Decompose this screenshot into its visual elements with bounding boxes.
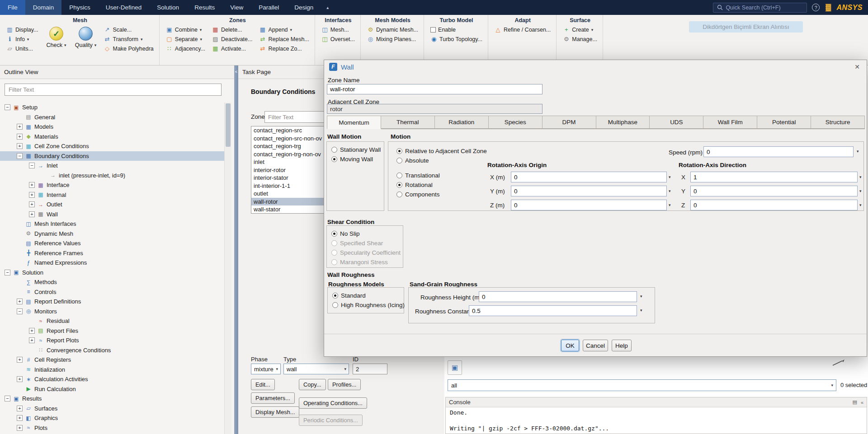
panel-splitter[interactable]: < [234,65,238,434]
ribbon-button-quality[interactable]: Quality▾ [72,26,99,49]
expand-icon[interactable]: + [17,376,23,382]
radio-standard[interactable]: Standard [332,291,399,300]
ribbon-button-dynamic-mesh[interactable]: ⚙Dynamic Mesh... [365,26,420,34]
radio-absolute[interactable]: Absolute [396,156,487,165]
notebook-icon[interactable] [825,4,831,12]
tree-item-cell-zone-conditions[interactable]: +▦Cell Zone Conditions [0,141,224,151]
tree-item-run-calculation[interactable]: ▶Run Calculation [0,384,224,394]
ribbon-button-check[interactable]: ✓Check▾ [42,26,70,49]
input-y[interactable] [690,186,858,196]
input-z-m[interactable] [511,200,667,210]
probe-pencil-icon[interactable] [832,358,845,368]
tab-potential[interactable]: Potential [757,116,811,129]
profiles-button[interactable]: Profiles... [328,379,361,390]
tree-item-wall[interactable]: +▦Wall [0,210,224,219]
tab-momentum[interactable]: Momentum [327,116,381,129]
outline-scrollbar[interactable] [224,103,231,434]
selection-filter-select[interactable]: all ▾ [448,379,836,391]
tree-item-controls[interactable]: ≡Controls [0,287,224,297]
ribbon-button-units[interactable]: ▱Units... [4,45,40,53]
zone-name-input[interactable] [327,84,542,94]
tree-item-report-definitions[interactable]: +▤Report Definitions [0,297,224,307]
collapse-icon[interactable]: − [5,396,10,401]
tree-item-named-expressions[interactable]: ƒNamed Expressions [0,258,224,268]
collapse-icon[interactable]: − [17,153,23,159]
ribbon-button-transform[interactable]: ⇄Transform▾ [101,35,156,43]
expand-icon[interactable]: + [17,415,23,421]
dialog-titlebar[interactable]: F Wall ✕ [324,60,867,74]
help-button[interactable]: Help [612,340,632,351]
tree-item-boundary-conditions[interactable]: −▦Boundary Conditions [0,151,224,161]
console-collapse-icon[interactable]: « [861,400,863,405]
tree-item-materials[interactable]: +◆Materials [0,132,224,142]
ribbon-collapse-caret-icon[interactable]: ▴ [321,0,334,15]
tab-multiphase[interactable]: Multiphase [596,116,650,129]
tree-item-calculation-activities[interactable]: +∗Calculation Activities [0,374,224,384]
ribbon-button-scale[interactable]: ↗Scale... [101,26,156,34]
chevron-down-icon[interactable]: ▾ [640,308,642,313]
tree-item-solution[interactable]: −▣Solution [0,268,224,278]
expand-icon[interactable]: + [29,192,35,198]
console-copy-icon[interactable]: ▤ [852,399,857,405]
tree-item-dynamic-mesh[interactable]: ⚙Dynamic Mesh [0,229,224,239]
chevron-down-icon[interactable]: ▾ [857,149,859,154]
ribbon-button-create[interactable]: +Create▾ [561,26,599,34]
menu-tab-parallel[interactable]: Parallel [251,0,287,15]
expand-icon[interactable]: + [17,134,23,140]
expand-icon[interactable]: + [17,124,23,130]
tree-item-results[interactable]: −▣Results [0,394,224,404]
expand-icon[interactable]: + [29,201,35,207]
tab-uds[interactable]: UDS [650,116,703,129]
menu-tab-solution[interactable]: Solution [149,0,187,15]
tab-thermal[interactable]: Thermal [381,116,435,129]
input-x-m[interactable] [511,172,667,182]
tree-item-methods[interactable]: ∑Methods [0,277,224,287]
roughness-constant-input[interactable] [469,305,637,316]
tree-item-setup[interactable]: −▣Setup [0,103,224,112]
tab-dpm[interactable]: DPM [542,116,596,129]
radio-rotational[interactable]: Rotational [396,180,440,190]
menu-tab-results[interactable]: Results [187,0,222,15]
ribbon-button-mixing-planes[interactable]: ◎Mixing Planes... [365,35,420,43]
quick-search-box[interactable] [713,3,807,13]
tab-structure[interactable]: Structure [811,116,865,129]
menu-tab-file[interactable]: File [0,0,25,15]
tree-item-surfaces[interactable]: +▱Surfaces [0,404,224,414]
menu-tab-user-defined[interactable]: User-Defined [98,0,150,15]
tree-item-models[interactable]: +▦Models [0,122,224,132]
ribbon-button-combine[interactable]: ▣Combine▾ [164,26,208,34]
radio-translational[interactable]: Translational [396,171,440,180]
input-z[interactable] [690,200,858,210]
chevron-down-icon[interactable]: ▾ [640,294,642,299]
display-mesh-button[interactable]: Display Mesh... [251,406,299,418]
tree-item-residual[interactable]: ≈Residual [0,316,224,326]
ribbon-button-turbo-topology[interactable]: ◉Turbo Topology... [428,35,485,43]
ribbon-button-manage[interactable]: ⚙Manage... [561,35,599,43]
ribbon-button-replace-mesh[interactable]: ⇄Replace Mesh... [257,35,311,43]
ok-button[interactable]: OK [561,340,579,351]
radio-no-slip[interactable]: No Slip [331,229,398,238]
ribbon-button-adjacency[interactable]: ∷Adjacency... [164,45,208,53]
roughness-height-input[interactable] [479,291,637,302]
ribbon-button-delete[interactable]: ▦Delete... [210,26,255,34]
expand-icon[interactable]: + [29,337,35,343]
outline-filter-input[interactable] [5,84,222,96]
copy-button[interactable]: Copy... [299,379,326,390]
edit-button[interactable]: Edit... [251,379,275,390]
tree-item-graphics[interactable]: +◧Graphics [0,413,224,423]
help-icon[interactable]: ? [812,4,820,11]
radio-moving-wall[interactable]: Moving Wall [331,154,379,164]
ribbon-button-mesh[interactable]: ◫Mesh... [319,26,357,34]
input-y-m[interactable] [511,186,667,196]
tree-item-report-files[interactable]: +▤Report Files [0,326,224,336]
expand-icon[interactable]: + [17,357,23,363]
menu-tab-physics[interactable]: Physics [61,0,98,15]
tree-item-monitors[interactable]: −◎Monitors [0,307,224,317]
collapse-panel-icon[interactable]: < [234,70,238,74]
ribbon-button-append[interactable]: ▦Append▾ [257,26,311,34]
tree-item-outlet[interactable]: +→Outlet [0,200,224,210]
expand-icon[interactable]: + [29,182,35,188]
ribbon-button-separate[interactable]: ▢Separate▾ [164,35,208,43]
speed-input[interactable] [703,146,854,157]
collapse-icon[interactable]: − [17,308,23,314]
